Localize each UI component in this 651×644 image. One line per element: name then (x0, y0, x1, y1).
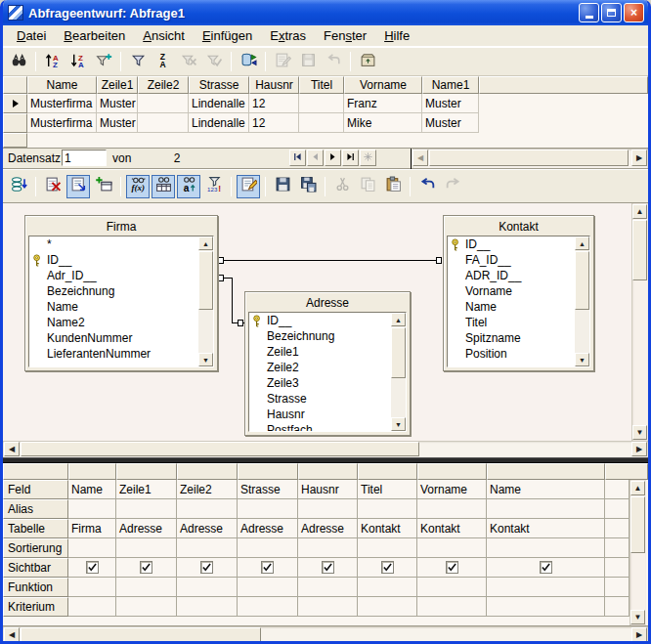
field-item[interactable]: Strasse (249, 391, 406, 407)
criteria-cell-alias[interactable] (68, 499, 116, 519)
row-selector-header[interactable] (3, 76, 27, 94)
scroll-up-button[interactable]: ▲ (630, 481, 645, 495)
maximize-button[interactable] (601, 3, 622, 22)
criteria-cell-funktion[interactable] (358, 578, 417, 597)
sichtbar-checkbox[interactable] (322, 561, 334, 574)
menu-item-datei[interactable]: Datei (8, 26, 55, 45)
scroll-up-button[interactable]: ▲ (391, 313, 406, 326)
field-item[interactable]: Hausnr (249, 407, 406, 422)
criteria-cell-funktion[interactable] (116, 578, 177, 597)
criteria-cell-kriterium[interactable] (68, 597, 116, 617)
field-item[interactable]: Bezeichnung (249, 328, 406, 344)
sichtbar-checkbox[interactable] (261, 561, 274, 574)
column-header-zeile1[interactable]: Zeile1 (97, 76, 138, 94)
run-query-button[interactable] (7, 175, 30, 198)
functions-button[interactable]: f(x) (126, 175, 150, 198)
menu-item-hilfe[interactable]: Hilfe (375, 26, 418, 45)
field-item[interactable]: Titel (448, 315, 589, 330)
criteria-cell-feld[interactable]: Titel (358, 480, 417, 499)
criteria-cell-alias[interactable] (238, 499, 298, 519)
cell-hausnr[interactable]: 12 (249, 113, 299, 133)
field-item[interactable]: Name (29, 299, 213, 315)
sichtbar-checkbox[interactable] (200, 561, 213, 574)
find-record-button[interactable] (7, 50, 30, 73)
criteria-cell-sortierung[interactable] (116, 538, 177, 558)
row-selector[interactable] (3, 113, 27, 133)
menu-item-ansicht[interactable]: Ansicht (134, 26, 194, 45)
column-header-strasse[interactable]: Strasse (189, 76, 249, 94)
record-number-input[interactable] (62, 150, 107, 166)
cell-name1[interactable]: Muster (422, 113, 479, 133)
criteria-cell-sortierung[interactable] (358, 538, 417, 558)
criteria-cell-funktion[interactable] (298, 578, 358, 597)
paste-button[interactable] (381, 175, 405, 198)
cell-strasse[interactable]: Lindenalle (189, 113, 249, 133)
scroll-down-button[interactable]: ▼ (632, 425, 647, 440)
column-header-vorname[interactable]: Vorname (344, 76, 422, 94)
join-firma-kontakt-line[interactable] (224, 260, 437, 261)
cell-zeile2[interactable] (138, 113, 189, 133)
field-item[interactable]: Adr_ID__ (29, 268, 213, 283)
cell-strasse[interactable]: Lindenalle (189, 94, 249, 113)
criteria-cell-tabelle[interactable]: Kontakt (358, 519, 417, 538)
scroll-left-button[interactable]: ◀ (4, 442, 20, 456)
field-item[interactable]: Name (448, 299, 589, 315)
row-header-tabelle[interactable]: Tabelle (3, 519, 68, 538)
cell-name[interactable]: Musterfirma (27, 113, 97, 133)
criteria-cell-kriterium[interactable] (298, 597, 358, 617)
scroll-up-button[interactable]: ▲ (198, 236, 213, 250)
field-item[interactable]: Vorname (448, 283, 589, 299)
result-horizontal-scrollbar[interactable]: ◀ ▶ (412, 149, 648, 168)
criteria-cell-tabelle[interactable]: Adresse (177, 519, 238, 538)
field-item[interactable]: Zeile2 (249, 360, 406, 375)
field-item[interactable]: Bezeichnung (29, 283, 213, 299)
criteria-cell-feld[interactable]: Strasse (238, 480, 298, 499)
criteria-cell-tabelle[interactable]: Kontakt (487, 519, 605, 538)
criteria-cell-tabelle[interactable]: Adresse (238, 519, 298, 538)
field-item[interactable]: Spitzname (448, 330, 589, 346)
next-record-button[interactable] (325, 150, 341, 166)
criteria-column-header[interactable] (116, 463, 177, 480)
field-item[interactable]: Zeile3 (249, 375, 406, 391)
grid-horizontal-scrollbar[interactable]: ◀ ▶ (3, 626, 648, 643)
criteria-column-header[interactable] (487, 463, 605, 480)
field-item[interactable]: FA_ID__ (448, 252, 589, 268)
close-button[interactable]: × (624, 3, 644, 22)
menu-item-extras[interactable]: Extras (261, 26, 315, 45)
criteria-cell-funktion[interactable] (177, 578, 238, 597)
criteria-cell-alias[interactable] (298, 499, 358, 519)
field-item[interactable]: * (29, 236, 213, 252)
criteria-cell-feld[interactable]: Zeile2 (177, 480, 238, 499)
column-header-name1[interactable]: Name1 (422, 76, 479, 94)
cell-vorname[interactable]: Franz (344, 94, 422, 113)
scroll-right-button[interactable]: ▶ (631, 442, 647, 456)
scroll-right-button[interactable]: ▶ (631, 150, 647, 166)
sichtbar-checkbox[interactable] (140, 561, 152, 574)
criteria-cell-kriterium[interactable] (177, 597, 238, 617)
menu-item-bearbeiten[interactable]: Bearbeiten (55, 26, 134, 45)
sichtbar-checkbox[interactable] (540, 561, 552, 574)
join-firma-adresse-line-v[interactable] (232, 278, 233, 322)
criteria-column-header[interactable] (177, 463, 238, 480)
table-title-firma[interactable]: Firma (28, 218, 214, 236)
undo-button[interactable] (415, 175, 439, 198)
cell-vorname[interactable]: Mike (344, 113, 422, 133)
scroll-up-button[interactable]: ▲ (632, 204, 647, 219)
field-list-scrollbar[interactable]: ▲▼ (391, 313, 406, 431)
scroll-thumb[interactable] (21, 442, 419, 456)
design-horizontal-scrollbar[interactable]: ◀ ▶ (3, 441, 648, 457)
criteria-cell-alias[interactable] (358, 499, 417, 519)
criteria-column-header[interactable] (238, 463, 298, 480)
cell-zeile1[interactable]: Muster (97, 113, 138, 133)
criteria-cell-sortierung[interactable] (487, 538, 605, 558)
criteria-cell-tabelle[interactable]: Firma (68, 519, 116, 538)
refresh-data-button[interactable] (237, 50, 260, 73)
sort-button[interactable]: ZA (152, 50, 175, 73)
row-header-sichtbar[interactable]: Sichtbar (3, 558, 68, 578)
criteria-cell-sortierung[interactable] (238, 538, 298, 558)
field-list-scrollbar[interactable]: ▲▼ (198, 236, 213, 366)
sort-descending-button[interactable]: ZA (66, 50, 90, 73)
field-item[interactable]: Zeile1 (249, 344, 406, 360)
criteria-cell-alias[interactable] (177, 499, 238, 519)
save-as-button[interactable] (296, 175, 320, 198)
